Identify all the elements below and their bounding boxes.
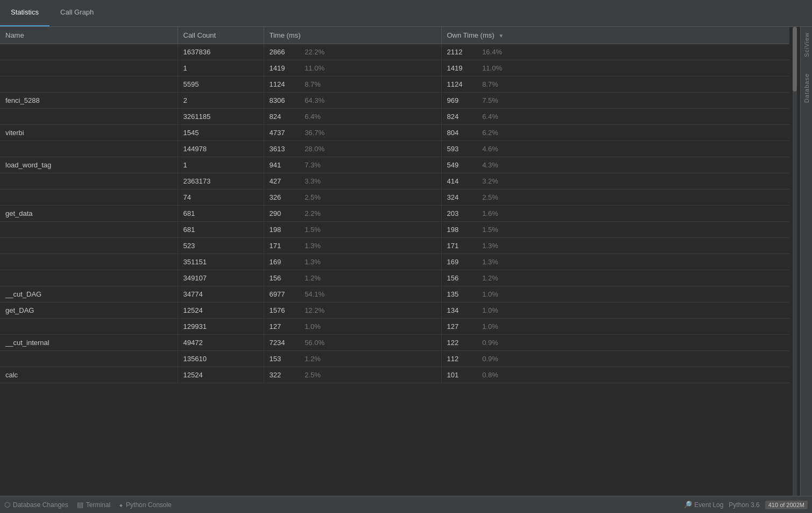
cell-call-count: 12524	[178, 303, 264, 319]
table-row[interactable]: 351151 169 1.3% 169 1.3%	[0, 254, 789, 270]
cell-name: get_DAG	[0, 303, 178, 319]
cell-name: load_word_tag	[0, 157, 178, 173]
cell-own-time: 101 0.8%	[441, 367, 789, 383]
tab-call-graph[interactable]: Call Graph	[50, 0, 104, 26]
cell-own-time: 549 4.3%	[441, 157, 789, 173]
col-header-name[interactable]: Name	[0, 27, 178, 44]
cell-call-count: 1545	[178, 125, 264, 141]
table-row[interactable]: 1637836 2866 22.2% 2112 16.4%	[0, 44, 789, 60]
table-row[interactable]: 523 171 1.3% 171 1.3%	[0, 238, 789, 254]
database-changes-button[interactable]: ⬡ Database Changes	[4, 501, 68, 509]
cell-time: 153 1.2%	[264, 351, 441, 367]
cell-time: 169 1.3%	[264, 254, 441, 270]
cell-name	[0, 173, 178, 189]
table-row[interactable]: fenci_5288 2 8306 64.3% 969 7.5%	[0, 93, 789, 109]
cell-name	[0, 141, 178, 157]
col-header-owntime[interactable]: Own Time (ms) ▼	[441, 27, 789, 44]
tab-bar: Statistics Call Graph	[0, 0, 812, 27]
table-row[interactable]: load_word_tag 1 941 7.3% 549 4.3%	[0, 157, 789, 173]
table-container: Name Call Count Time (ms) Own Time (ms) …	[0, 27, 789, 496]
table-row[interactable]: 144978 3613 28.0% 593 4.6%	[0, 141, 789, 157]
cell-call-count: 351151	[178, 254, 264, 270]
cell-name: __cut_DAG	[0, 286, 178, 303]
cell-name: calc	[0, 367, 178, 383]
table-scroll[interactable]: Name Call Count Time (ms) Own Time (ms) …	[0, 27, 789, 496]
cell-own-time: 1419 11.0%	[441, 60, 789, 76]
cell-time: 322 2.5%	[264, 367, 441, 383]
table-row[interactable]: 3261185 824 6.4% 824 6.4%	[0, 109, 789, 125]
cell-call-count: 2363173	[178, 173, 264, 189]
cell-name	[0, 238, 178, 254]
cell-name	[0, 189, 178, 206]
cell-own-time: 414 3.2%	[441, 173, 789, 189]
python-console-button[interactable]: ⬥ Python Console	[119, 501, 172, 509]
database-changes-icon: ⬡	[4, 501, 10, 509]
table-row[interactable]: calc 12524 322 2.5% 101 0.8%	[0, 367, 789, 383]
cell-name	[0, 76, 178, 93]
cell-own-time: 1124 8.7%	[441, 76, 789, 93]
table-row[interactable]: get_data 681 290 2.2% 203 1.6%	[0, 206, 789, 222]
cell-time: 2866 22.2%	[264, 44, 441, 60]
python-version-label: Python 3.6	[729, 501, 759, 509]
cell-time: 6977 54.1%	[264, 286, 441, 303]
terminal-button[interactable]: ▤ Terminal	[77, 501, 110, 509]
cell-time: 1576 12.2%	[264, 303, 441, 319]
table-row[interactable]: 1 1419 11.0% 1419 11.0%	[0, 60, 789, 76]
cell-own-time: 169 1.3%	[441, 254, 789, 270]
python-console-icon: ⬥	[119, 501, 123, 509]
cell-call-count: 144978	[178, 141, 264, 157]
data-table: Name Call Count Time (ms) Own Time (ms) …	[0, 27, 789, 383]
table-row[interactable]: 681 198 1.5% 198 1.5%	[0, 222, 789, 238]
cell-call-count: 1637836	[178, 44, 264, 60]
cell-own-time: 2112 16.4%	[441, 44, 789, 60]
bottom-left: ⬡ Database Changes ▤ Terminal ⬥ Python C…	[4, 501, 172, 509]
cell-own-time: 324 2.5%	[441, 189, 789, 206]
table-row[interactable]: __cut_DAG 34774 6977 54.1% 135 1.0%	[0, 286, 789, 303]
database-label[interactable]: Database	[803, 68, 810, 108]
cell-name	[0, 44, 178, 60]
cell-own-time: 134 1.0%	[441, 303, 789, 319]
cell-name: __cut_internal	[0, 335, 178, 351]
cell-own-time: 127 1.0%	[441, 319, 789, 335]
cell-name	[0, 351, 178, 367]
cell-call-count: 681	[178, 222, 264, 238]
cell-time: 171 1.3%	[264, 238, 441, 254]
cell-call-count: 349107	[178, 270, 264, 286]
table-row[interactable]: 135610 153 1.2% 112 0.9%	[0, 351, 789, 367]
cell-own-time: 804 6.2%	[441, 125, 789, 141]
table-row[interactable]: 5595 1124 8.7% 1124 8.7%	[0, 76, 789, 93]
table-row[interactable]: get_DAG 12524 1576 12.2% 134 1.0%	[0, 303, 789, 319]
event-log-icon: 🔎	[683, 501, 692, 509]
scrollbar-thumb[interactable]	[793, 27, 797, 92]
cell-call-count: 5595	[178, 76, 264, 93]
cell-time: 8306 64.3%	[264, 93, 441, 109]
cell-call-count: 523	[178, 238, 264, 254]
cell-name	[0, 60, 178, 76]
table-row[interactable]: 2363173 427 3.3% 414 3.2%	[0, 173, 789, 189]
col-header-callcount[interactable]: Call Count	[178, 27, 264, 44]
cell-time: 824 6.4%	[264, 109, 441, 125]
cell-call-count: 135610	[178, 351, 264, 367]
table-row[interactable]: viterbi 1545 4737 36.7% 804 6.2%	[0, 125, 789, 141]
tab-statistics[interactable]: Statistics	[0, 0, 50, 26]
cell-time: 1419 11.0%	[264, 60, 441, 76]
scrollbar-track[interactable]	[793, 27, 797, 496]
table-row[interactable]: 349107 156 1.2% 156 1.2%	[0, 270, 789, 286]
cell-time: 427 3.3%	[264, 173, 441, 189]
cell-time: 290 2.2%	[264, 206, 441, 222]
col-header-time[interactable]: Time (ms)	[264, 27, 441, 44]
table-row[interactable]: 74 326 2.5% 324 2.5%	[0, 189, 789, 206]
memory-badge: 410 of 2002M	[765, 501, 808, 509]
right-panel	[789, 27, 800, 496]
cell-name: fenci_5288	[0, 93, 178, 109]
cell-time: 198 1.5%	[264, 222, 441, 238]
cell-name	[0, 270, 178, 286]
cell-name: get_data	[0, 206, 178, 222]
cell-call-count: 74	[178, 189, 264, 206]
event-log-button[interactable]: 🔎 Event Log	[683, 501, 723, 509]
table-row[interactable]: 129931 127 1.0% 127 1.0%	[0, 319, 789, 335]
sciview-label[interactable]: SciView	[803, 27, 810, 62]
cell-call-count: 129931	[178, 319, 264, 335]
table-row[interactable]: __cut_internal 49472 7234 56.0% 122 0.9%	[0, 335, 789, 351]
cell-own-time: 112 0.9%	[441, 351, 789, 367]
